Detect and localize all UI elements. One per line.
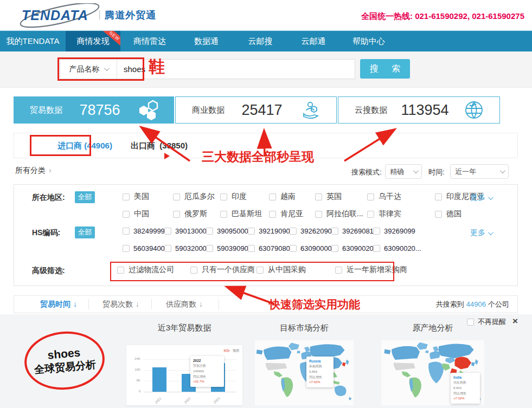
nav-tab-my-tendata[interactable]: 我的TENDATA bbox=[0, 31, 66, 51]
checkbox[interactable] bbox=[123, 211, 130, 218]
checkbox-label: 39013000 bbox=[175, 227, 207, 235]
checkbox[interactable] bbox=[220, 211, 227, 218]
checkbox[interactable] bbox=[220, 193, 227, 200]
tab-importers[interactable]: 进口商 (44906) bbox=[57, 141, 112, 151]
trade-data-card[interactable]: 贸易数据 78756 bbox=[14, 96, 174, 124]
hs-option[interactable]: 59039090 bbox=[206, 244, 248, 252]
hs-option[interactable]: 63090020... bbox=[373, 244, 415, 252]
checkbox[interactable] bbox=[290, 245, 297, 252]
checkbox[interactable] bbox=[123, 193, 130, 200]
search-category-dropdown[interactable]: 产品名称 bbox=[60, 60, 117, 79]
region-more-link[interactable]: 更多 bbox=[470, 193, 492, 203]
hs-option[interactable]: 63079080 bbox=[248, 244, 290, 252]
checkbox[interactable] bbox=[257, 267, 264, 274]
region-option[interactable]: 中国 bbox=[123, 209, 173, 219]
checkbox[interactable] bbox=[331, 245, 338, 252]
hs-option[interactable]: 39262090 bbox=[290, 227, 331, 235]
origin-analysis-map[interactable]: India 供应商数 8,663 同比增长 +7.32% bbox=[381, 340, 484, 405]
checkbox[interactable] bbox=[290, 228, 297, 235]
hs-option[interactable]: 59032000 bbox=[164, 244, 206, 252]
all-categories-link[interactable]: 所有分类› bbox=[15, 166, 52, 176]
hs-option[interactable]: 56039400 bbox=[123, 244, 164, 252]
advanced-option[interactable]: 从中国采购 bbox=[257, 265, 335, 275]
search-input[interactable] bbox=[117, 60, 355, 79]
region-option[interactable]: 德国 bbox=[435, 209, 462, 219]
checkbox[interactable] bbox=[206, 228, 213, 235]
checkbox[interactable] bbox=[331, 228, 338, 235]
hs-option[interactable]: 39269081 bbox=[331, 227, 373, 235]
checkbox[interactable] bbox=[435, 193, 442, 200]
region-option[interactable]: 厄瓜多尔 bbox=[173, 192, 220, 202]
business-data-card[interactable]: 商业数据 25417 bbox=[175, 96, 337, 124]
checkbox[interactable] bbox=[435, 211, 442, 218]
checkbox[interactable] bbox=[117, 267, 124, 274]
region-all-badge[interactable]: 全部 bbox=[75, 191, 95, 203]
region-option[interactable]: 美国 bbox=[123, 192, 173, 202]
region-option[interactable]: 肯尼亚 bbox=[269, 209, 315, 219]
checkbox[interactable] bbox=[367, 211, 374, 218]
hs-option[interactable]: 63090000 bbox=[290, 244, 331, 252]
search-mode-select[interactable]: 精确 bbox=[385, 164, 422, 179]
checkbox[interactable] bbox=[335, 267, 342, 274]
checkbox[interactable] bbox=[269, 211, 276, 218]
checkbox[interactable] bbox=[190, 267, 197, 274]
checkbox[interactable] bbox=[123, 245, 130, 252]
hs-more-link[interactable]: 更多 bbox=[470, 228, 492, 238]
hs-option[interactable]: 38249999 bbox=[123, 227, 164, 235]
checkbox[interactable] bbox=[123, 228, 130, 235]
nav-tab-data-pass[interactable]: 数据通 bbox=[179, 31, 234, 51]
hs-option[interactable]: 39269099 bbox=[373, 227, 415, 235]
search-section: 产品名称 搜 索 bbox=[0, 51, 532, 88]
checkbox-label: 中国 bbox=[134, 209, 149, 219]
nav-tab-cloud-mail[interactable]: 云邮通 bbox=[287, 31, 340, 51]
checkbox[interactable] bbox=[173, 193, 180, 200]
checkbox[interactable] bbox=[248, 245, 255, 252]
time-filter-select[interactable]: 近一年 bbox=[450, 164, 509, 179]
region-option[interactable]: 越南 bbox=[269, 192, 315, 202]
region-option[interactable]: 俄罗斯 bbox=[173, 209, 220, 219]
advanced-option[interactable]: 只有一个供应商 bbox=[190, 265, 257, 275]
sort-trade-count[interactable]: 贸易次数↓ bbox=[102, 296, 139, 313]
checkbox[interactable] bbox=[248, 228, 255, 235]
checkbox[interactable] bbox=[315, 193, 322, 200]
region-option[interactable]: 印度 bbox=[220, 192, 269, 202]
checkbox[interactable] bbox=[367, 193, 374, 200]
region-option[interactable]: 巴基斯坦 bbox=[220, 209, 269, 219]
target-market-map[interactable]: Russia 采购商数 9,866 同比增长 +7.02% bbox=[255, 340, 354, 405]
hs-option[interactable]: 39219090 bbox=[248, 227, 290, 235]
checkbox-label: 肯尼亚 bbox=[280, 209, 303, 219]
search-button[interactable]: 搜 索 bbox=[360, 59, 410, 79]
cloud-search-data-card[interactable]: 云搜数据 113954 bbox=[338, 96, 500, 124]
cloud-search-data-label: 云搜数据 bbox=[355, 105, 387, 115]
hs-all-badge[interactable]: 全部 bbox=[75, 226, 95, 238]
region-option[interactable]: 阿拉伯联... bbox=[315, 209, 367, 219]
hs-option[interactable]: 39095000 bbox=[206, 227, 248, 235]
sort-supplier-count[interactable]: 供应商数↓ bbox=[166, 296, 203, 313]
region-option[interactable]: 菲律宾 bbox=[367, 209, 435, 219]
nav-tab-business-discovery[interactable]: 商情发现 NEW bbox=[66, 31, 120, 51]
advanced-option[interactable]: 近一年新增采购商 bbox=[335, 265, 407, 275]
checkbox[interactable] bbox=[315, 211, 322, 218]
checkbox[interactable] bbox=[173, 211, 180, 218]
region-option[interactable]: 英国 bbox=[315, 192, 367, 202]
hs-option[interactable]: 39013000 bbox=[164, 227, 206, 235]
checkbox[interactable] bbox=[373, 228, 380, 235]
nav-tab-help-center[interactable]: 帮助中心 bbox=[340, 31, 398, 51]
checkbox[interactable] bbox=[164, 228, 171, 235]
world-map-icon bbox=[255, 340, 354, 405]
trade-bar-chart[interactable]: 实际 预测 24K 16K 8K 0 2021 2022 2023 2022 贸… bbox=[126, 345, 242, 405]
nav-tab-business-radar[interactable]: 商情雷达 bbox=[120, 31, 179, 51]
region-option[interactable]: 乌干达 bbox=[367, 192, 435, 202]
advanced-option[interactable]: 过滤物流公司 bbox=[117, 265, 190, 275]
nav-tab-cloud-mail-search[interactable]: 云邮搜 bbox=[234, 31, 287, 51]
checkbox[interactable] bbox=[269, 193, 276, 200]
sort-trade-time[interactable]: 贸易时间↓ bbox=[40, 296, 77, 313]
checkbox-label: 近一年新增采购商 bbox=[347, 265, 407, 275]
checkbox[interactable] bbox=[206, 245, 213, 252]
tab-exporters[interactable]: 出口商 (33850) bbox=[131, 141, 188, 151]
close-icon[interactable]: × bbox=[512, 316, 518, 327]
checkbox[interactable] bbox=[373, 245, 380, 252]
divider bbox=[219, 299, 219, 309]
hs-option[interactable]: 63090020... bbox=[331, 244, 373, 252]
checkbox[interactable] bbox=[164, 245, 171, 252]
